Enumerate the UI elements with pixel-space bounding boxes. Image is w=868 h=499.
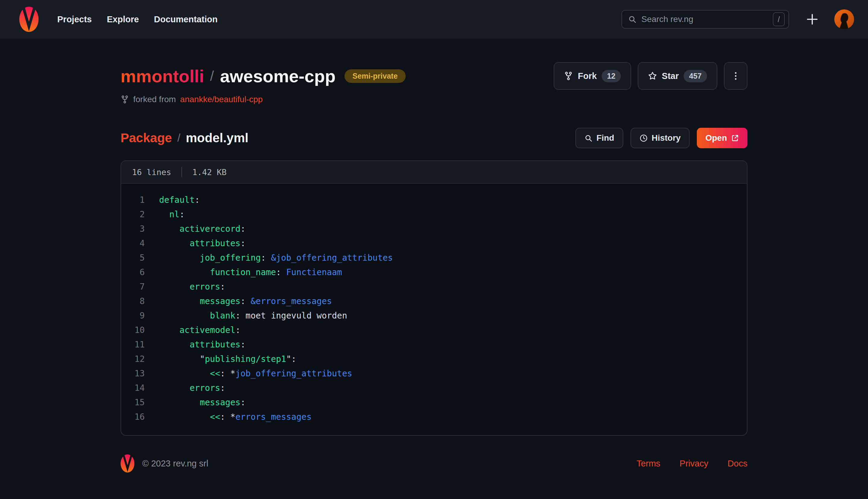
file-meta-bar: 16 lines 1.42 KB [121,161,747,184]
nav-item-documentation[interactable]: Documentation [154,14,218,24]
line-number: 1 [121,193,145,207]
search-box[interactable]: / [622,10,789,29]
line-number: 3 [121,222,145,236]
footer-links: Terms Privacy Docs [637,459,747,468]
search-icon [628,15,637,24]
code-line: 6 function_name: Functienaam [121,265,747,280]
star-count: 457 [684,70,707,82]
plus-icon [805,12,819,26]
top-navbar: Projects Explore Documentation / [0,0,868,39]
search-icon [584,134,592,142]
code-line: 13 <<: *job_offering_attributes [121,366,747,381]
forked-from-repo-link[interactable]: anankke/beautiful-cpp [180,95,263,104]
line-number: 9 [121,308,145,323]
line-content: <<: *job_offering_attributes [159,366,352,381]
forked-from-row: forked from anankke/beautiful-cpp [121,95,747,104]
visibility-badge: Semi-private [344,69,405,83]
line-number: 13 [121,366,145,381]
line-number: 12 [121,352,145,366]
line-number: 16 [121,410,145,424]
code-line: 14 errors: [121,381,747,395]
nav-item-projects[interactable]: Projects [57,14,91,24]
code-line: 7 errors: [121,280,747,294]
copyright-text: © 2023 rev.ng srl [142,459,208,468]
line-content: activemodel: [159,323,241,338]
footer: © 2023 rev.ng srl Terms Privacy Docs [0,454,868,473]
history-label: History [652,133,681,143]
repo-header: mmontolli / awesome-cpp Semi-private For… [121,62,747,90]
star-icon [648,71,657,81]
line-number: 10 [121,323,145,338]
more-options-button[interactable] [724,62,747,90]
user-avatar[interactable] [834,9,854,29]
external-link-icon [731,134,739,142]
code-line: 5 job_offering: &job_offering_attributes [121,251,747,265]
line-number: 7 [121,280,145,294]
code-line: 8 messages: &errors_messages [121,294,747,308]
fork-count: 12 [602,70,621,82]
find-label: Find [597,133,614,143]
line-content: errors: [159,280,225,294]
line-number: 11 [121,338,145,352]
nav-item-explore[interactable]: Explore [107,14,139,24]
file-viewer-card: 16 lines 1.42 KB 1default:2 nl:3 activer… [121,160,747,436]
code-line: 12 "publishing/step1": [121,352,747,366]
line-content: activerecord: [159,222,246,236]
line-content: function_name: Functienaam [159,265,342,280]
star-button[interactable]: Star 457 [638,62,717,90]
breadcrumb: Package / model.yml [121,131,248,145]
repo-actions: Fork 12 Star 457 [554,62,747,90]
line-content: messages: &errors_messages [159,294,332,308]
brand-logo[interactable] [19,7,39,32]
breadcrumb-current-file: model.yml [186,131,248,145]
line-content: job_offering: &job_offering_attributes [159,251,393,265]
fork-button[interactable]: Fork 12 [554,62,631,90]
kebab-icon [731,71,741,81]
file-actions: Find History Open [575,128,747,148]
repo-title: mmontolli / awesome-cpp Semi-private [121,66,406,86]
open-button[interactable]: Open [697,128,747,148]
fork-label: Fork [578,71,597,81]
line-number: 8 [121,294,145,308]
code-line: 11 attributes: [121,338,747,352]
search-shortcut-key: / [773,12,785,26]
avatar-image [834,9,854,29]
git-fork-icon [121,95,129,104]
meta-divider [181,167,182,177]
code-line: 10 activemodel: [121,323,747,338]
code-line: 3 activerecord: [121,222,747,236]
footer-link-terms[interactable]: Terms [637,459,660,468]
title-separator: / [210,68,214,84]
line-content: messages: [159,395,246,410]
create-new-button[interactable] [805,12,819,26]
code-line: 15 messages: [121,395,747,410]
forked-from-label: forked from [133,95,176,104]
main-content: mmontolli / awesome-cpp Semi-private For… [121,62,747,436]
line-content: default: [159,193,200,207]
repo-owner-link[interactable]: mmontolli [121,66,204,86]
line-content: errors: [159,381,225,395]
line-content: <<: *errors_messages [159,410,311,424]
page: Projects Explore Documentation / [0,0,868,499]
line-number: 4 [121,236,145,251]
code-line: 1default: [121,193,747,207]
breadcrumb-separator: / [177,132,180,144]
file-header: Package / model.yml Find History [121,128,747,148]
history-button[interactable]: History [631,128,689,148]
find-button[interactable]: Find [575,128,623,148]
file-line-count: 16 lines [132,168,171,177]
repo-name: awesome-cpp [220,66,336,86]
code-lines: 1default:2 nl:3 activerecord:4 attribute… [121,184,747,435]
git-fork-icon [564,71,573,81]
footer-link-docs[interactable]: Docs [728,459,747,468]
search-input[interactable] [641,14,768,24]
code-line: 9 blank: moet ingevuld worden [121,308,747,323]
code-line: 16 <<: *errors_messages [121,410,747,424]
line-number: 15 [121,395,145,410]
footer-link-privacy[interactable]: Privacy [680,459,708,468]
rev-ng-logo-icon [19,7,39,32]
breadcrumb-package-link[interactable]: Package [121,131,172,145]
primary-nav: Projects Explore Documentation [57,14,218,24]
line-content: attributes: [159,338,246,352]
star-label: Star [662,71,679,81]
